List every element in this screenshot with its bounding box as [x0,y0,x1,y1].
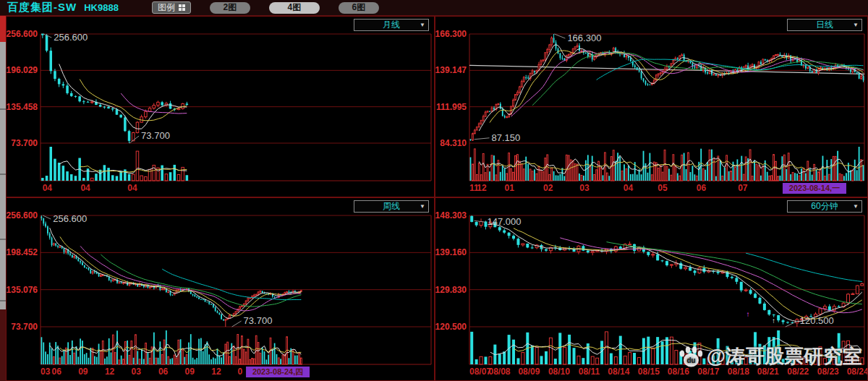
candlestick-chart-monthly: 256.600196.029135.45873.700040404256.600… [7,17,434,197]
crosshair-date-label: 2023-08-24,四 [252,367,303,376]
x-axis-label: 06 [697,183,707,193]
ma-line [60,236,302,316]
x-axis-label: 06 [51,367,61,377]
watermark: du @涛哥股票研究室 [678,343,862,369]
x-axis-label: 04 [80,183,90,193]
y-axis-label: 196.029 [7,65,38,75]
scrollbar-top-segment [0,16,6,42]
watermark-text: @涛哥股票研究室 [707,343,862,369]
x-axis-label: 08/15 [638,367,660,377]
candles [470,34,864,141]
y-axis-label: 84.310 [440,138,467,148]
svg-text:du: du [686,356,695,364]
stock-app-window: 百度集团-SW HK9888 图例 2图 4图 6图 月线 ▼ 256.6001… [0,0,868,381]
price-annotation: 147.000 [488,216,522,227]
x-axis-label: 12 [105,367,115,377]
y-axis-label: 139.147 [435,65,467,75]
ma-line [746,253,862,281]
candles [41,215,302,327]
price-annotation: 256.600 [53,213,87,224]
layout-4-button[interactable]: 4图 [269,2,320,14]
scrollbar-bottom-segment [0,309,6,381]
legend-button[interactable]: 图例 [152,1,191,14]
x-axis-label: 12 [477,183,487,193]
layout-2-button[interactable]: 2图 [210,2,250,14]
volume-bars [41,147,188,181]
y-axis-label: 166.300 [435,29,467,39]
chart-grid: 月线 ▼ 256.600196.029135.45873.70004040425… [6,16,868,381]
y-axis-label: 148.303 [435,210,467,221]
period-label: 周线 [383,200,400,213]
price-annotation: 256.600 [54,32,88,43]
stock-code: HK9888 [84,2,119,13]
y-axis-label: 73.700 [11,138,38,148]
y-axis-label: 139.160 [435,247,467,257]
price-annotation: 73.700 [141,130,170,141]
period-label: 月线 [383,19,400,31]
candlestick-chart-60min: 256.600198.452135.07673.7000306091203060… [7,198,434,380]
price-annotation: 73.700 [244,315,273,326]
signal-arrow-marker: ↑ [746,310,749,318]
price-annotation: 87.150 [492,132,521,143]
ma-line [490,223,862,321]
x-axis-label: 09 [78,367,88,377]
x-axis-label: 04 [624,183,634,193]
chevron-down-icon: ▼ [853,204,859,210]
x-axis-label: 08/08 [488,367,510,377]
title-bar: 百度集团-SW HK9888 图例 2图 4图 6图 [0,0,868,16]
x-axis-label: 01 [504,183,514,193]
chart-panel-weekly: 周线 ▼ 256.600198.452135.07673.70003060912… [6,197,435,381]
grid-layout-icon [179,4,185,11]
annotation-leader [554,34,565,38]
layout-6-button[interactable]: 6图 [339,2,379,14]
price-annotation: 120.500 [800,315,834,326]
ma-line [532,52,863,106]
x-axis-label: 09 [185,367,195,377]
candlestick-chart-daily: 166.300139.147111.99584.3101112010203040… [435,17,867,197]
x-axis-label: 08/14 [608,367,629,377]
x-axis-label: 04 [127,183,137,193]
period-dropdown-monthly[interactable]: 月线 ▼ [354,19,429,31]
x-axis-label: 0 [238,367,243,377]
y-axis-label: 111.995 [436,102,467,112]
period-dropdown-60min[interactable]: 60分钟 ▼ [787,200,862,213]
window-edge-scrollbar[interactable] [0,16,6,381]
x-axis-label: 05 [658,183,668,193]
ma-line [59,64,187,129]
x-axis-label: 04 [43,183,53,193]
chevron-down-icon: ▼ [420,204,425,210]
ma-line [479,45,863,131]
y-axis-label: 135.076 [7,285,38,295]
y-axis-label: 135.458 [7,102,38,112]
x-axis-label: 07 [738,183,748,193]
x-axis-label: 08/09 [518,367,540,377]
period-dropdown-weekly[interactable]: 周线 ▼ [354,200,429,213]
legend-button-label: 图例 [158,1,175,14]
y-axis-label: 198.452 [7,247,38,257]
annotation-leader [475,138,490,140]
signal-arrow-marker: ↑ [541,244,545,252]
chart-panel-monthly: 月线 ▼ 256.600196.029135.45873.70004040425… [6,16,435,197]
period-label: 60分钟 [811,200,838,213]
y-axis-label: 256.600 [7,29,38,39]
y-axis-label: 256.600 [7,210,38,221]
period-dropdown-daily[interactable]: 日线 ▼ [787,19,862,31]
crosshair-date-label: 2023-08-14,一 [789,184,840,192]
ma-line [50,228,302,318]
x-axis-label: 03 [579,183,590,193]
annotation-leader [786,321,798,327]
x-axis-label: 08/10 [548,367,570,377]
signal-arrow-marker: ↑ [772,317,775,325]
chart-panel-daily: 日线 ▼ 166.300139.147111.99584.31011120102… [435,16,868,197]
annotation-leader [232,321,242,327]
baidu-paw-icon: du [678,345,704,368]
ma-line [514,228,862,319]
x-axis-label: 02 [543,183,553,193]
x-axis-label: 12 [211,367,221,377]
ma-line [162,269,301,300]
y-axis-label: 73.700 [11,322,38,332]
x-axis-label: 03 [132,367,142,377]
x-axis-label: 08/11 [579,367,600,377]
x-axis-label: 06 [158,367,169,377]
chevron-down-icon: ▼ [420,22,425,28]
